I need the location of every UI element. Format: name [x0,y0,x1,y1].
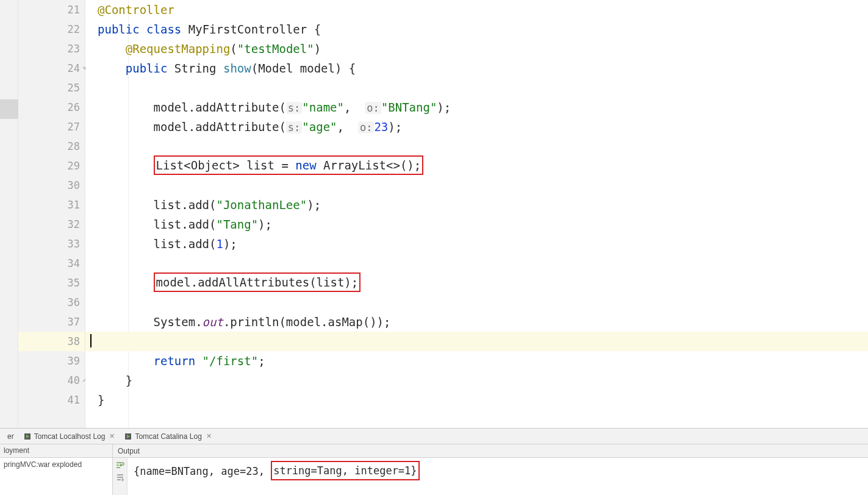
code-line: list.add("JonathanLee"); [85,195,868,215]
gutter-line: 26 [18,98,85,117]
gutter-line: 25 [18,78,85,98]
code-line: } [85,390,868,410]
caret [90,334,91,347]
gutter-line: 23 [18,39,85,59]
close-icon[interactable]: ✕ [109,432,115,440]
code-line [85,176,868,195]
gutter-line: 22 [18,20,85,39]
gutter-line: 31 [18,195,85,215]
gutter-line: 33 [18,234,85,254]
tab-label: Tomcat Catalina Log [135,432,201,441]
panel-tabs: er Tomcat Localhost Log ✕ Tomcat Catalin… [0,429,868,444]
gutter-line: 38 [18,332,85,351]
code-line: model.addAttribute(s:"age", o:23); [85,117,868,137]
run-icon [124,433,132,440]
code-line: List<Object> list = new ArrayList<>(); [85,156,868,176]
gutter-line: 39 [18,351,85,371]
code-line: public class MyFirstController { [85,20,868,39]
line-number: 25 [68,82,80,94]
code-line [85,293,868,312]
code-line: public String show(Model model) { [85,59,868,78]
line-number: 21 [68,4,80,16]
code-line: } [85,371,868,390]
tab-label: er [7,432,14,441]
console-toolbar [113,458,127,495]
highlight-box: List<Object> list = new ArrayList<>(); [154,155,424,175]
line-number: 31 [68,199,80,211]
output-panel: Output {name=BNTang, age=23, string=Tang… [113,444,868,495]
deployment-header: loyment [0,444,112,458]
param-hint: o: [365,102,381,114]
editor: 21 22 23 24 @ 25 26 27 28 29 30 31 32 33… [0,0,868,428]
code-line: model.addAttribute(s:"name", o:"BNTang")… [85,98,868,117]
gutter-line: 35 [18,273,85,293]
code-line [85,254,868,273]
gutter-line: 41 [18,390,85,410]
gutter-line: 28 [18,137,85,156]
soft-wrap-icon[interactable] [115,460,125,470]
code-line-current [85,332,868,351]
code-area[interactable]: @Controller public class MyFirstControll… [85,0,868,428]
code-line: System.out.println(model.asMap()); [85,312,868,332]
marker-strip [0,0,18,428]
code-line: @RequestMapping("testModel") [85,39,868,59]
gutter-line: 30 [18,176,85,195]
line-number: 32 [68,218,80,230]
code-line: @Controller [85,0,868,20]
code-line [85,137,868,156]
console: {name=BNTang, age=23, string=Tang, integ… [113,458,868,495]
ide-window: 21 22 23 24 @ 25 26 27 28 29 30 31 32 33… [0,0,868,495]
gutter-line: 29 [18,156,85,176]
line-number: 26 [68,101,80,113]
line-number: 36 [68,296,80,308]
marker-strip-selection [0,99,18,119]
code-line [85,78,868,98]
line-number: 28 [68,140,80,152]
line-number: 30 [68,179,80,191]
line-number: 38 [68,335,80,347]
line-number: 40 [68,374,80,386]
console-text-pre: {name=BNTang, age=23, [134,465,271,477]
param-hint: o: [358,121,374,134]
line-number: 34 [68,257,80,269]
deployment-panel: loyment pringMVC:war exploded [0,444,113,495]
scroll-to-end-icon[interactable] [115,472,125,482]
gutter-line: 21 [18,0,85,20]
line-number: 23 [68,43,80,55]
code-line: model.addAllAttributes(list); [85,273,868,293]
highlight-box: model.addAllAttributes(list); [154,272,361,292]
line-number: 41 [68,394,80,406]
line-number: 29 [68,160,80,172]
deployment-item[interactable]: pringMVC:war exploded [0,458,112,495]
gutter[interactable]: 21 22 23 24 @ 25 26 27 28 29 30 31 32 33… [18,0,85,428]
gutter-line: 36 [18,293,85,312]
gutter-line: 27 [18,117,85,137]
code-line: list.add(1); [85,234,868,254]
run-icon [24,433,31,440]
code-line: list.add("Tang"); [85,215,868,234]
line-number: 27 [68,121,80,133]
bottom-panel: er Tomcat Localhost Log ✕ Tomcat Catalin… [0,428,868,495]
output-header: Output [113,444,868,458]
tab-server[interactable]: er [2,429,19,444]
highlight-box: string=Tang, integer=1} [271,461,419,480]
line-number: 22 [68,23,80,35]
line-number: 24 [68,62,80,74]
gutter-line: 24 @ [18,59,85,78]
line-number: 37 [68,316,80,328]
code-line: return "/first"; [85,351,868,371]
close-icon[interactable]: ✕ [206,432,212,440]
gutter-line: 34 [18,254,85,273]
gutter-line: 40 [18,371,85,390]
line-number: 33 [68,238,80,250]
console-output[interactable]: {name=BNTang, age=23, string=Tang, integ… [127,458,868,495]
line-number: 35 [68,277,80,289]
tab-localhost-log[interactable]: Tomcat Localhost Log ✕ [19,429,120,444]
param-hint: s: [286,121,302,134]
panel-body: loyment pringMVC:war exploded Output {na… [0,444,868,495]
gutter-line: 32 [18,215,85,234]
annotation: @Controller [98,3,174,16]
tab-label: Tomcat Localhost Log [34,432,106,441]
tab-catalina-log[interactable]: Tomcat Catalina Log ✕ [120,429,216,444]
gutter-line: 37 [18,312,85,332]
